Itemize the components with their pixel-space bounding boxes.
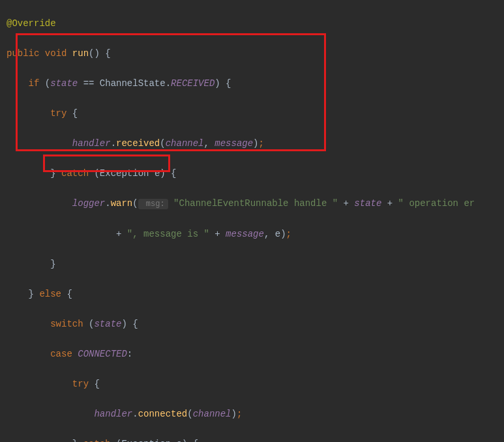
code-line: @Override	[0, 16, 504, 31]
code-line: } catch (Exception e) {	[0, 166, 504, 181]
code-line: + ", message is " + message, e);	[0, 227, 504, 242]
code-line: if (state == ChannelState.RECEIVED) {	[0, 76, 504, 91]
code-line: handler.connected(channel);	[0, 407, 504, 422]
code-line: switch (state) {	[0, 317, 504, 332]
code-line: try {	[0, 106, 504, 121]
code-editor-view[interactable]: @Override public void run() { if (state …	[0, 1, 504, 442]
code-line: try {	[0, 377, 504, 392]
parameter-hint: msg:	[138, 199, 168, 209]
code-line: logger.warn( msg: "ChannelEventRunnable …	[0, 196, 504, 212]
code-line: } catch (Exception e) {	[0, 437, 504, 442]
code-line: }	[0, 257, 504, 272]
annotation-override: @Override	[7, 18, 56, 29]
code-line: public void run() {	[0, 46, 504, 61]
code-line: case CONNECTED:	[0, 347, 504, 362]
code-line: handler.received(channel, message);	[0, 136, 504, 151]
code-line: } else {	[0, 287, 504, 302]
